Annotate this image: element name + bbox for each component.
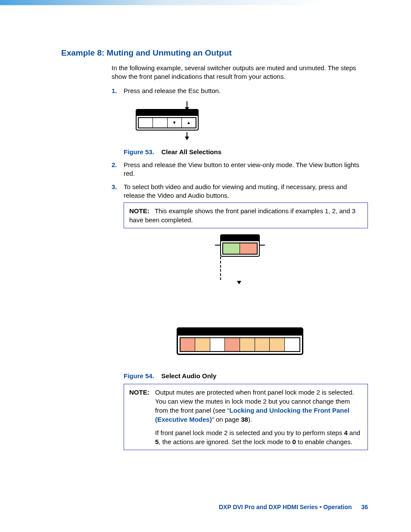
down-triangle-icon: ▼ xyxy=(168,118,182,128)
section-heading: Example 8: Muting and Unmuting an Output xyxy=(61,48,368,58)
step-number: 1. xyxy=(112,87,117,95)
video-button-indicator xyxy=(223,243,240,254)
step-text: Press and release the Esc button. xyxy=(124,87,221,94)
output-indicator xyxy=(195,338,210,351)
output-indicator xyxy=(181,338,196,351)
note-label: NOTE: xyxy=(129,207,149,215)
note2-part: ” on page xyxy=(212,416,241,423)
note-box-2: NOTE: Output mutes are protected when fr… xyxy=(124,384,368,450)
header-accent-bar xyxy=(0,0,411,5)
arrow-down-icon xyxy=(185,137,189,140)
output-indicator xyxy=(270,338,285,351)
page-reference: 38 xyxy=(241,416,248,423)
output-indicator xyxy=(285,338,299,351)
figure-title: Select Audio Only xyxy=(162,372,217,380)
figure-53-caption: Figure 53. Clear All Selections xyxy=(124,148,368,156)
step-1: 1. Press and release the Esc button. ▼ ▲ xyxy=(112,87,368,157)
step-number: 3. xyxy=(112,183,117,191)
dashed-arrow-line xyxy=(220,257,221,280)
figure-53-diagram: ▼ ▲ xyxy=(136,101,199,140)
note2-part: ). xyxy=(248,416,252,423)
page-footer: DXP DVI Pro and DXP HDMI Series • Operat… xyxy=(219,504,368,510)
step-3: 3. To select both video and audio for vi… xyxy=(112,183,368,229)
figure-label: Figure 53. xyxy=(124,148,154,156)
arrow-down-icon xyxy=(237,281,241,284)
note2-part: If front panel lock mode 2 is selected a… xyxy=(155,429,344,436)
output-indicator xyxy=(225,338,240,351)
figure-title: Clear All Selections xyxy=(162,148,222,156)
up-triangle-icon: ▲ xyxy=(182,118,196,128)
front-panel-esc: ▼ ▲ xyxy=(136,109,199,131)
note-text: This example shows the front panel indic… xyxy=(129,207,355,224)
output-indicator xyxy=(255,338,270,351)
step-number: 2. xyxy=(112,161,117,169)
page-number: 36 xyxy=(361,504,368,510)
figure-54-wide-panel xyxy=(177,327,303,355)
intro-paragraph: In the following example, several switch… xyxy=(112,64,368,81)
note-box-1: NOTE: This example shows the front panel… xyxy=(124,202,368,228)
figure-label: Figure 54. xyxy=(124,372,154,380)
footer-text: DXP DVI Pro and DXP HDMI Series • Operat… xyxy=(219,504,352,510)
figure-54-small-panel xyxy=(220,233,260,280)
step-text: To select both video and audio for viewi… xyxy=(124,183,347,199)
audio-button-indicator xyxy=(240,243,257,254)
document-body: Example 8: Muting and Unmuting an Output… xyxy=(0,5,411,450)
output-indicator xyxy=(240,338,255,351)
step-text: Press and release the View button to ent… xyxy=(124,161,359,177)
step-2: 2. Press and release the View button to … xyxy=(112,161,368,178)
figure-54-caption: Figure 54. Select Audio Only xyxy=(124,372,368,380)
note-label: NOTE: xyxy=(129,388,149,397)
output-indicator xyxy=(210,338,225,351)
